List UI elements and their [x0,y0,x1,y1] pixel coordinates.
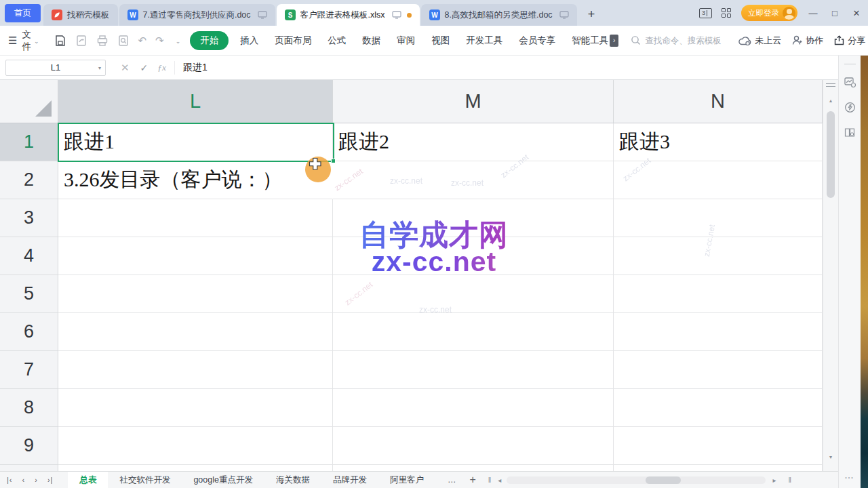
cell-N9[interactable] [614,427,823,465]
ribbon-tab-review[interactable]: 审阅 [389,31,422,50]
cell-M9[interactable] [333,427,614,465]
cell-selection-L1[interactable] [58,123,334,162]
close-button[interactable]: ✕ [850,8,863,18]
row-header-partial[interactable] [0,465,58,471]
cell-N1[interactable]: 跟进3 [614,123,823,161]
split-handle-icon[interactable] [826,83,835,87]
row-header-1[interactable]: 1 [0,123,58,161]
minimize-button[interactable]: — [807,8,819,18]
horizontal-scroll-thumb[interactable] [646,476,681,484]
cell-L8[interactable] [58,389,333,427]
tab-current-spreadsheet[interactable]: S 客户跟进表格模板.xlsx [277,4,420,26]
app-grid-icon[interactable] [722,8,732,18]
cancel-icon[interactable]: ✕ [121,62,130,74]
cell-L6[interactable] [58,313,333,351]
menu-icon[interactable]: ☰ [8,35,17,47]
name-box[interactable]: L1 ▾ [5,60,106,76]
insert-function-icon[interactable]: ƒx [157,62,166,73]
cell-M7[interactable] [333,351,614,389]
command-search[interactable] [631,35,738,45]
last-sheet-icon[interactable]: ›| [47,476,54,484]
share-button[interactable]: 分享 [834,35,865,47]
ribbon-tab-dev-tools[interactable]: 开发工具 [458,31,510,50]
column-header-L[interactable]: L [58,80,333,123]
ribbon-tab-formulas[interactable]: 公式 [320,31,353,50]
row-header-6[interactable]: 6 [0,313,58,351]
first-sheet-icon[interactable]: |‹ [7,476,13,484]
cell-L4[interactable] [58,237,333,275]
file-menu[interactable]: 文件 [22,28,31,53]
column-header-M[interactable]: M [333,80,614,123]
reference-panel-icon[interactable] [844,127,856,138]
sheet-list-icon[interactable]: … [448,475,456,485]
tab-doc-email[interactable]: W 8.高效找邮箱的另类思维.doc [421,4,577,26]
horizontal-scrollbar[interactable] [507,476,766,484]
undo-icon[interactable]: ↶ [138,35,147,45]
row-header-4[interactable]: 4 [0,237,58,275]
redo-icon[interactable]: ↷ [155,35,164,45]
login-button[interactable]: 立即登录 [741,5,797,21]
cell-N8[interactable] [614,389,823,427]
hsplit-right-icon[interactable]: ‖ [788,476,791,484]
cell-M1[interactable]: 跟进2 [333,123,614,161]
smart-assistant-icon[interactable] [844,102,856,113]
sheet-tab-google[interactable]: google重点开发 [182,472,264,488]
tab-home[interactable]: 首页 [5,4,41,22]
row-header-8[interactable]: 8 [0,389,58,427]
toolbar-more-icon[interactable]: ⌄ [176,38,181,45]
cell-N6[interactable] [614,313,823,351]
new-tab-button[interactable]: + [588,8,595,20]
cell-L9[interactable] [58,427,333,465]
ribbon-tab-page-layout[interactable]: 页面布局 [267,31,319,50]
vertical-scrollbar[interactable]: ▴ ▾ [823,80,838,471]
print-icon[interactable] [96,35,108,47]
ribbon-overflow-icon[interactable]: › [610,35,618,47]
sheet-tab-brand[interactable]: 品牌开发 [321,472,378,488]
scroll-up-icon[interactable]: ▴ [823,98,838,104]
tab-doc-supplier[interactable]: W 7.通过零售商找到供应商.doc [119,4,275,26]
sheet-tab-alibaba[interactable]: 阿里客户 [378,472,435,488]
cell-M5[interactable] [333,275,614,313]
sheet-tab-customs[interactable]: 海关数据 [264,472,321,488]
ribbon-tab-view[interactable]: 视图 [424,31,457,50]
export-icon[interactable] [75,35,87,47]
sidebar-more-icon[interactable]: ••• [839,475,861,480]
ribbon-tab-data[interactable]: 数据 [355,31,388,50]
row-header-2[interactable]: 2 [0,161,58,199]
cell-L5[interactable] [58,275,333,313]
add-sheet-button[interactable]: + [469,474,475,486]
row-header-5[interactable]: 5 [0,275,58,313]
save-icon[interactable] [54,35,66,47]
cell-L2[interactable]: 3.26发目录（客户说：） [58,161,333,199]
cell-N7[interactable] [614,351,823,389]
cell-N4[interactable] [614,237,823,275]
cell-L7[interactable] [58,351,333,389]
cell-L10-partial[interactable] [58,465,333,471]
name-box-dropdown-icon[interactable]: ▾ [98,65,101,71]
search-input[interactable] [645,36,738,45]
row-header-9[interactable]: 9 [0,427,58,465]
file-dropdown-icon[interactable]: ⌄ [34,38,39,45]
hsplit-left-icon[interactable]: ‖ [488,476,492,484]
column-header-N[interactable]: N [614,80,823,123]
sheet-tab-summary[interactable]: 总表 [68,472,108,488]
cell-M10-partial[interactable] [333,465,614,471]
ribbon-tab-smart-tools[interactable]: 智能工具 [564,31,610,50]
resource-panel-icon[interactable] [844,77,856,87]
cell-L3[interactable] [58,199,333,237]
maximize-button[interactable]: □ [829,8,841,18]
cloud-status[interactable]: 未上云 [738,35,781,47]
cell-M8[interactable] [333,389,614,427]
vertical-scroll-thumb[interactable] [827,111,835,198]
cell-N5[interactable] [614,275,823,313]
sheet-tab-social[interactable]: 社交软件开发 [108,472,182,488]
print-preview-icon[interactable] [117,35,130,47]
cell-N10-partial[interactable] [614,465,823,471]
row-header-3[interactable]: 3 [0,199,58,237]
ribbon-tab-insert[interactable]: 插入 [233,31,266,50]
cell-M2[interactable] [333,161,614,199]
ribbon-tab-membership[interactable]: 会员专享 [511,31,563,50]
cell-N2[interactable] [614,161,823,199]
row-header-7[interactable]: 7 [0,351,58,389]
scroll-left-icon[interactable]: ◂ [498,476,501,484]
